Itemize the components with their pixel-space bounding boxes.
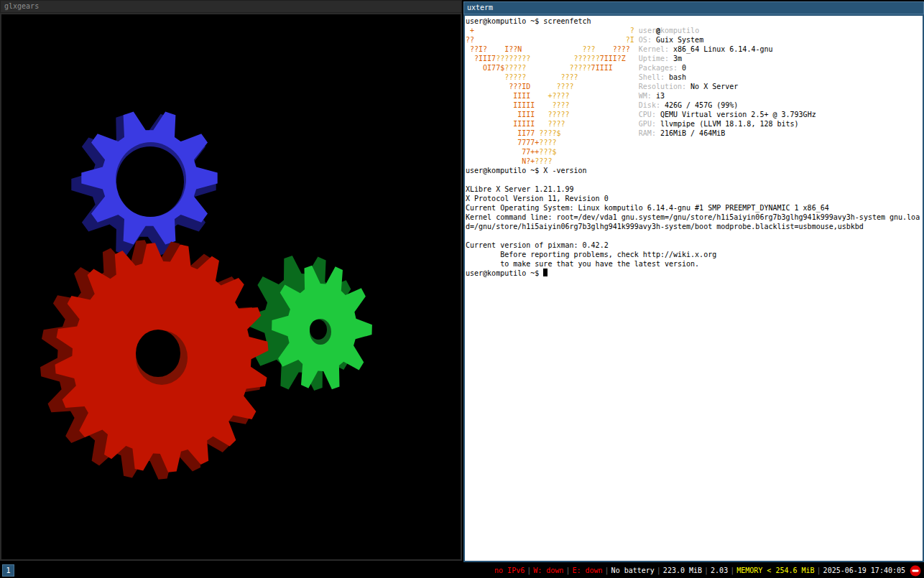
terminal-segment: ???? xyxy=(596,45,630,53)
terminal-segment: QEMU Virtual version 2.5+ @ 3.793GHz xyxy=(660,111,816,118)
terminal-segment: X Protocol Version 11, Revision 0 xyxy=(466,195,609,202)
status-separator: | xyxy=(527,564,531,577)
terminal-segment xyxy=(570,101,639,109)
terminal-segment: ???? xyxy=(535,157,552,165)
terminal-segment: ?? xyxy=(466,36,474,44)
status-item: no IPv6 xyxy=(494,564,525,577)
terminal-segment: x86_64 Linux 6.14.4-gnu xyxy=(673,45,772,53)
terminal-line: XLibre X Server 1.21.1.99 xyxy=(466,185,923,194)
terminal-segment: ??? xyxy=(522,45,595,53)
terminal-segment: ???? xyxy=(526,73,578,81)
terminal-segment xyxy=(560,129,638,137)
status-separator: | xyxy=(730,564,734,577)
terminal-segment: +???? xyxy=(530,92,569,100)
terminal-line xyxy=(466,175,923,185)
terminal-line: 7777+???? xyxy=(466,138,923,147)
terminal-line: Current version of pixman: 0.42.2 xyxy=(466,241,923,250)
terminal-segment: ???? xyxy=(530,83,573,90)
status-separator: | xyxy=(817,564,821,577)
terminal-line: ?? ?I OS: Guix System xyxy=(466,35,923,45)
gear-green-hole xyxy=(310,320,327,340)
status-item: W: down xyxy=(533,564,563,577)
terminal-line: N?+???? xyxy=(466,157,923,166)
terminal-line: IIIII ???? GPU: llvmpipe (LLVM 18.1.8, 1… xyxy=(466,119,923,129)
gear-blue-hole xyxy=(116,146,184,217)
terminal-segment: Disk: xyxy=(639,101,665,109)
terminal-segment: user xyxy=(639,27,656,34)
window-glxgears: glxgears xyxy=(0,0,462,561)
window-uxterm: uxterm user@komputilo ~$ screenfetch + ?… xyxy=(463,1,924,562)
terminal-segment: ? xyxy=(474,27,634,34)
terminal-segment xyxy=(613,64,639,72)
terminal-segment: Uptime: xyxy=(639,55,673,62)
status-separator: | xyxy=(657,564,661,577)
terminal-line: to make sure that you have the latest ve… xyxy=(466,259,923,269)
status-item: 2.03 xyxy=(711,564,728,577)
terminal-segment: ????? xyxy=(466,73,526,81)
terminal-segment: Current version of pixman: 0.42.2 xyxy=(466,241,609,249)
terminal-line: user@komputilo ~$ screenfetch xyxy=(466,17,923,26)
terminal-segment: N?+ xyxy=(466,157,535,165)
terminal-segment xyxy=(626,55,639,62)
glxgears-viewport xyxy=(0,13,462,561)
terminal-line xyxy=(466,231,923,241)
terminal-line: + ? user@komputilo xyxy=(466,26,923,35)
terminal-line: d=/gnu/store/h1i5aiyin06rg7b3glhg941k999… xyxy=(466,222,923,231)
terminal-content[interactable]: user@komputilo ~$ screenfetch + ? user@k… xyxy=(463,14,924,562)
titlebar-uxterm[interactable]: uxterm xyxy=(463,1,924,14)
terminal-segment: 7777+ xyxy=(466,139,539,146)
titlebar-glxgears[interactable]: glxgears xyxy=(0,0,462,13)
terminal-segment: Guix System xyxy=(656,36,703,44)
terminal-segment: 0 xyxy=(682,64,686,72)
terminal-line: user@komputilo ~$ X -version xyxy=(466,166,923,175)
terminal-segment: No X Server xyxy=(690,83,738,90)
terminal-line: Kernel command line: root=/dev/vda1 gnu.… xyxy=(466,213,923,222)
terminal-segment: ???????? ?????? xyxy=(496,55,600,62)
terminal-line: ???ID ???? Resolution: No X Server xyxy=(466,82,923,91)
terminal-segment: IIII xyxy=(466,92,530,100)
terminal-line: IIII +???? WM: i3 xyxy=(466,91,923,101)
workspace-button-1[interactable]: 1 xyxy=(2,564,14,577)
terminal-segment xyxy=(570,92,639,100)
gears-canvas xyxy=(1,14,461,559)
terminal-segment: ???? xyxy=(535,101,569,109)
terminal-segment: 216MiB / 464MiB xyxy=(660,129,725,137)
terminal-line: ??I? I??N ??? ???? Kernel: x86_64 Linux … xyxy=(466,45,923,54)
terminal-line: Current Operating System: Linux komputil… xyxy=(466,203,923,213)
terminal-segment: IIIII xyxy=(466,120,535,128)
terminal-segment: bash xyxy=(669,73,686,81)
status-separator: | xyxy=(605,564,609,577)
terminal-segment: ?I xyxy=(474,36,634,44)
terminal-line: ?III7???????? ??????7III?Z Uptime: 3m xyxy=(466,54,923,63)
terminal-segment: XLibre X Server 1.21.1.99 xyxy=(466,185,574,193)
terminal-segment: Current Operating System: Linux komputil… xyxy=(466,204,829,212)
status-separator: | xyxy=(704,564,708,577)
terminal-segment: d=/gnu/store/h1i5aiyin06rg7b3glhg941k999… xyxy=(466,223,864,230)
terminal-segment: to make sure that you have the latest ve… xyxy=(466,260,699,268)
terminal-segment: 7III?Z xyxy=(600,55,626,62)
terminal-line: OI77$????? ?????7IIII Packages: 0 xyxy=(466,63,923,73)
terminal-segment: IIII xyxy=(466,111,535,118)
terminal-segment: ?III7 xyxy=(466,55,496,62)
terminal-segment xyxy=(574,83,639,90)
terminal-segment: Resolution: xyxy=(639,83,690,90)
status-item: No battery xyxy=(611,564,655,577)
terminal-segment: user@komputilo ~$ xyxy=(466,269,543,277)
do-not-disturb-icon[interactable] xyxy=(910,565,921,577)
terminal-line: X Protocol Version 11, Revision 0 xyxy=(466,194,923,203)
terminal-segment: GPU: xyxy=(639,120,660,128)
terminal-segment: user@komputilo ~$ X -version xyxy=(466,167,587,174)
desktop: glxgears uxterm user@komputilo ~$ screen… xyxy=(0,0,924,578)
terminal-segment: ????$ xyxy=(535,129,560,137)
terminal-segment: CPU: xyxy=(639,111,660,118)
terminal-line: ????? ???? Shell: bash xyxy=(466,73,923,82)
terminal-segment: komputilo xyxy=(660,27,699,34)
terminal-segment: llvmpipe (LLVM 18.1.8, 128 bits) xyxy=(660,120,799,128)
terminal-segment: user@komputilo ~$ screenfetch xyxy=(466,17,591,25)
terminal-segment: Kernel command line: root=/dev/vda1 gnu.… xyxy=(466,213,920,221)
terminal-segment: II77 xyxy=(466,129,535,137)
terminal-segment: IIIII xyxy=(466,101,535,109)
terminal-segment xyxy=(578,73,639,81)
terminal-text: user@komputilo ~$ screenfetch + ? user@k… xyxy=(465,16,923,278)
terminal-line: IIII ????? CPU: QEMU Virtual version 2.5… xyxy=(466,110,923,119)
